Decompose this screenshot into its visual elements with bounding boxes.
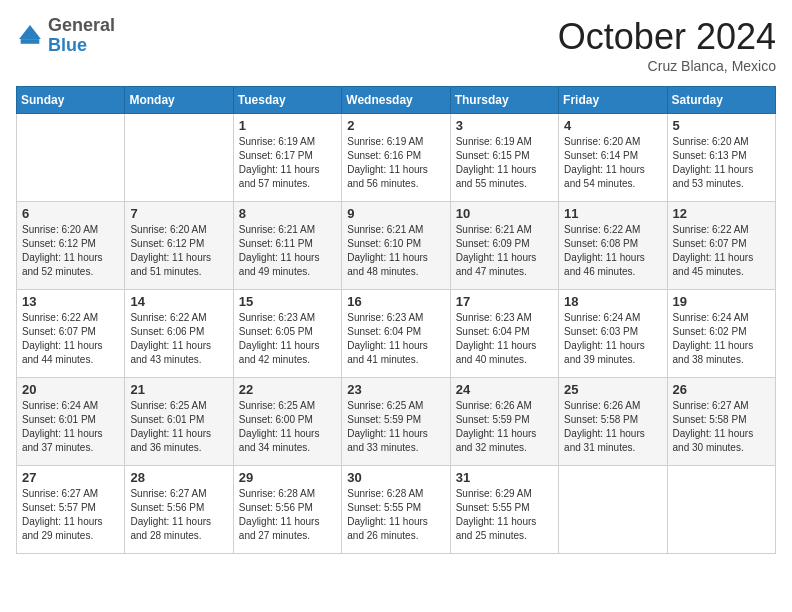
daylight: Daylight: 11 hours and 42 minutes. [239, 340, 320, 365]
sunset: Sunset: 6:14 PM [564, 150, 638, 161]
sunset: Sunset: 6:09 PM [456, 238, 530, 249]
day-number: 23 [347, 382, 444, 397]
calendar-cell: 24Sunrise: 6:26 AMSunset: 5:59 PMDayligh… [450, 378, 558, 466]
day-info: Sunrise: 6:28 AMSunset: 5:56 PMDaylight:… [239, 487, 336, 543]
calendar-cell: 6Sunrise: 6:20 AMSunset: 6:12 PMDaylight… [17, 202, 125, 290]
calendar-cell: 17Sunrise: 6:23 AMSunset: 6:04 PMDayligh… [450, 290, 558, 378]
day-info: Sunrise: 6:19 AMSunset: 6:15 PMDaylight:… [456, 135, 553, 191]
sunrise: Sunrise: 6:29 AM [456, 488, 532, 499]
sunset: Sunset: 6:13 PM [673, 150, 747, 161]
day-info: Sunrise: 6:25 AMSunset: 6:00 PMDaylight:… [239, 399, 336, 455]
calendar-cell: 19Sunrise: 6:24 AMSunset: 6:02 PMDayligh… [667, 290, 775, 378]
day-number: 5 [673, 118, 770, 133]
daylight: Daylight: 11 hours and 54 minutes. [564, 164, 645, 189]
day-number: 14 [130, 294, 227, 309]
sunrise: Sunrise: 6:28 AM [347, 488, 423, 499]
sunrise: Sunrise: 6:24 AM [673, 312, 749, 323]
day-number: 8 [239, 206, 336, 221]
day-info: Sunrise: 6:20 AMSunset: 6:12 PMDaylight:… [130, 223, 227, 279]
day-number: 2 [347, 118, 444, 133]
day-number: 28 [130, 470, 227, 485]
daylight: Daylight: 11 hours and 45 minutes. [673, 252, 754, 277]
sunset: Sunset: 6:00 PM [239, 414, 313, 425]
daylight: Daylight: 11 hours and 27 minutes. [239, 516, 320, 541]
calendar-week-5: 27Sunrise: 6:27 AMSunset: 5:57 PMDayligh… [17, 466, 776, 554]
sunset: Sunset: 6:11 PM [239, 238, 313, 249]
calendar-cell: 23Sunrise: 6:25 AMSunset: 5:59 PMDayligh… [342, 378, 450, 466]
day-info: Sunrise: 6:27 AMSunset: 5:57 PMDaylight:… [22, 487, 119, 543]
calendar-cell: 3Sunrise: 6:19 AMSunset: 6:15 PMDaylight… [450, 114, 558, 202]
sunset: Sunset: 6:17 PM [239, 150, 313, 161]
daylight: Daylight: 11 hours and 40 minutes. [456, 340, 537, 365]
sunrise: Sunrise: 6:22 AM [130, 312, 206, 323]
sunset: Sunset: 6:10 PM [347, 238, 421, 249]
logo-text: General Blue [48, 16, 115, 56]
daylight: Daylight: 11 hours and 57 minutes. [239, 164, 320, 189]
sunset: Sunset: 5:58 PM [564, 414, 638, 425]
sunset: Sunset: 6:07 PM [673, 238, 747, 249]
day-number: 1 [239, 118, 336, 133]
sunset: Sunset: 6:01 PM [130, 414, 204, 425]
calendar-cell: 5Sunrise: 6:20 AMSunset: 6:13 PMDaylight… [667, 114, 775, 202]
calendar-cell: 15Sunrise: 6:23 AMSunset: 6:05 PMDayligh… [233, 290, 341, 378]
calendar-week-3: 13Sunrise: 6:22 AMSunset: 6:07 PMDayligh… [17, 290, 776, 378]
day-number: 10 [456, 206, 553, 221]
day-number: 31 [456, 470, 553, 485]
sunrise: Sunrise: 6:26 AM [564, 400, 640, 411]
daylight: Daylight: 11 hours and 28 minutes. [130, 516, 211, 541]
calendar-cell: 2Sunrise: 6:19 AMSunset: 6:16 PMDaylight… [342, 114, 450, 202]
sunrise: Sunrise: 6:25 AM [130, 400, 206, 411]
sunrise: Sunrise: 6:27 AM [130, 488, 206, 499]
calendar-cell: 28Sunrise: 6:27 AMSunset: 5:56 PMDayligh… [125, 466, 233, 554]
sunrise: Sunrise: 6:22 AM [564, 224, 640, 235]
calendar-cell: 8Sunrise: 6:21 AMSunset: 6:11 PMDaylight… [233, 202, 341, 290]
day-info: Sunrise: 6:27 AMSunset: 5:58 PMDaylight:… [673, 399, 770, 455]
calendar-cell: 25Sunrise: 6:26 AMSunset: 5:58 PMDayligh… [559, 378, 667, 466]
sunrise: Sunrise: 6:22 AM [673, 224, 749, 235]
calendar: SundayMondayTuesdayWednesdayThursdayFrid… [16, 86, 776, 554]
calendar-week-4: 20Sunrise: 6:24 AMSunset: 6:01 PMDayligh… [17, 378, 776, 466]
day-number: 22 [239, 382, 336, 397]
daylight: Daylight: 11 hours and 46 minutes. [564, 252, 645, 277]
daylight: Daylight: 11 hours and 29 minutes. [22, 516, 103, 541]
calendar-cell: 26Sunrise: 6:27 AMSunset: 5:58 PMDayligh… [667, 378, 775, 466]
day-number: 11 [564, 206, 661, 221]
location: Cruz Blanca, Mexico [558, 58, 776, 74]
sunrise: Sunrise: 6:27 AM [22, 488, 98, 499]
day-info: Sunrise: 6:29 AMSunset: 5:55 PMDaylight:… [456, 487, 553, 543]
daylight: Daylight: 11 hours and 53 minutes. [673, 164, 754, 189]
daylight: Daylight: 11 hours and 44 minutes. [22, 340, 103, 365]
day-info: Sunrise: 6:19 AMSunset: 6:16 PMDaylight:… [347, 135, 444, 191]
day-header-wednesday: Wednesday [342, 87, 450, 114]
sunset: Sunset: 6:12 PM [22, 238, 96, 249]
day-info: Sunrise: 6:22 AMSunset: 6:07 PMDaylight:… [673, 223, 770, 279]
sunrise: Sunrise: 6:25 AM [347, 400, 423, 411]
day-header-monday: Monday [125, 87, 233, 114]
calendar-cell: 1Sunrise: 6:19 AMSunset: 6:17 PMDaylight… [233, 114, 341, 202]
day-header-sunday: Sunday [17, 87, 125, 114]
sunrise: Sunrise: 6:25 AM [239, 400, 315, 411]
calendar-cell: 21Sunrise: 6:25 AMSunset: 6:01 PMDayligh… [125, 378, 233, 466]
calendar-cell: 16Sunrise: 6:23 AMSunset: 6:04 PMDayligh… [342, 290, 450, 378]
daylight: Daylight: 11 hours and 30 minutes. [673, 428, 754, 453]
calendar-cell [559, 466, 667, 554]
day-header-friday: Friday [559, 87, 667, 114]
sunset: Sunset: 6:07 PM [22, 326, 96, 337]
header: General Blue October 2024 Cruz Blanca, M… [16, 16, 776, 74]
calendar-cell: 27Sunrise: 6:27 AMSunset: 5:57 PMDayligh… [17, 466, 125, 554]
daylight: Daylight: 11 hours and 25 minutes. [456, 516, 537, 541]
day-number: 16 [347, 294, 444, 309]
svg-marker-0 [19, 25, 41, 39]
sunset: Sunset: 6:02 PM [673, 326, 747, 337]
sunset: Sunset: 5:59 PM [456, 414, 530, 425]
daylight: Daylight: 11 hours and 51 minutes. [130, 252, 211, 277]
day-info: Sunrise: 6:23 AMSunset: 6:05 PMDaylight:… [239, 311, 336, 367]
day-number: 25 [564, 382, 661, 397]
sunset: Sunset: 5:56 PM [130, 502, 204, 513]
calendar-cell: 20Sunrise: 6:24 AMSunset: 6:01 PMDayligh… [17, 378, 125, 466]
calendar-cell: 31Sunrise: 6:29 AMSunset: 5:55 PMDayligh… [450, 466, 558, 554]
day-number: 4 [564, 118, 661, 133]
sunset: Sunset: 5:55 PM [347, 502, 421, 513]
day-info: Sunrise: 6:21 AMSunset: 6:09 PMDaylight:… [456, 223, 553, 279]
day-info: Sunrise: 6:23 AMSunset: 6:04 PMDaylight:… [456, 311, 553, 367]
